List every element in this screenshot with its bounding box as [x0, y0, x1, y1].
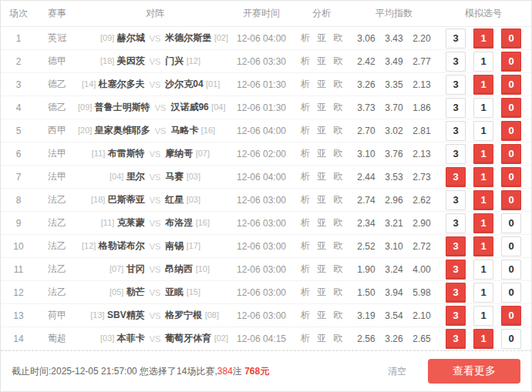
analysis-link-euro[interactable]: 欧 — [331, 55, 345, 66]
pick-button-3[interactable]: 3 — [446, 283, 466, 303]
analysis-link-asia[interactable]: 亚 — [315, 171, 328, 182]
pick-button-3[interactable]: 3 — [446, 329, 466, 349]
analysis-link-xi[interactable]: 析 — [298, 79, 312, 89]
pick-button-3[interactable]: 3 — [446, 121, 466, 141]
pick-button-3[interactable]: 3 — [446, 236, 466, 256]
pick-button-1[interactable]: 1 — [473, 283, 493, 303]
pick-button-0[interactable]: 0 — [501, 167, 521, 187]
analysis-link-euro[interactable]: 欧 — [331, 240, 345, 251]
pick-button-0[interactable]: 0 — [501, 28, 521, 49]
match-number: 1 — [1, 33, 36, 44]
pick-button-1[interactable]: 1 — [473, 260, 493, 280]
pick-button-1[interactable]: 1 — [473, 190, 493, 210]
analysis-link-asia[interactable]: 亚 — [315, 286, 328, 297]
pick-button-0[interactable]: 0 — [501, 190, 521, 210]
pick-button-1[interactable]: 1 — [473, 52, 493, 72]
pick-button-1[interactable]: 1 — [473, 144, 493, 164]
analysis-link-xi[interactable]: 析 — [298, 286, 312, 297]
analysis-link-asia[interactable]: 亚 — [315, 310, 328, 320]
analysis-link-euro[interactable]: 欧 — [331, 102, 345, 112]
pick-button-3[interactable]: 3 — [446, 28, 466, 49]
pick-button-3[interactable]: 3 — [446, 167, 466, 187]
pick-button-0[interactable]: 0 — [501, 306, 521, 326]
analysis-link-xi[interactable]: 析 — [298, 333, 312, 343]
pick-button-1[interactable]: 1 — [473, 306, 493, 326]
pick-button-3[interactable]: 3 — [446, 144, 466, 164]
analysis-link-asia[interactable]: 亚 — [315, 32, 328, 43]
analysis-link-asia[interactable]: 亚 — [315, 263, 328, 274]
analysis-link-euro[interactable]: 欧 — [331, 32, 345, 43]
analysis-link-asia[interactable]: 亚 — [315, 240, 328, 251]
start-time: 12-06 01:30 — [232, 79, 291, 90]
pick-button-3[interactable]: 3 — [446, 260, 466, 280]
analysis-link-asia[interactable]: 亚 — [315, 125, 328, 136]
pick-button-3[interactable]: 3 — [446, 190, 466, 210]
analysis-link-xi[interactable]: 析 — [298, 55, 312, 66]
pick-button-0[interactable]: 0 — [501, 283, 521, 303]
pick-button-0[interactable]: 0 — [501, 75, 521, 95]
pick-button-0[interactable]: 0 — [501, 213, 521, 233]
pick-button-3[interactable]: 3 — [446, 213, 466, 233]
pick-button-1[interactable]: 1 — [473, 329, 493, 349]
pick-button-0[interactable]: 0 — [501, 98, 521, 118]
matchup: [12] 格勒诺布尔 VS 南锡 [17] — [78, 240, 232, 253]
odds-lose: 2.72 — [412, 241, 430, 252]
pick-button-3[interactable]: 3 — [446, 306, 466, 326]
analysis-link-euro[interactable]: 欧 — [331, 148, 345, 159]
pick-button-3[interactable]: 3 — [446, 52, 466, 72]
analysis-link-xi[interactable]: 析 — [298, 148, 312, 159]
home-rank: [09] — [78, 102, 92, 112]
odds-lose: 2.73 — [412, 172, 430, 183]
analysis-links: 析 亚 欧 — [291, 55, 352, 68]
analysis-link-euro[interactable]: 欧 — [331, 333, 345, 343]
analysis-link-asia[interactable]: 亚 — [315, 102, 328, 112]
pick-button-0[interactable]: 0 — [501, 329, 521, 349]
league-name: 英冠 — [36, 32, 78, 45]
odds-lose: 2.77 — [412, 56, 430, 67]
analysis-link-xi[interactable]: 析 — [298, 32, 312, 43]
analysis-link-xi[interactable]: 析 — [298, 125, 312, 136]
analysis-link-asia[interactable]: 亚 — [315, 148, 328, 159]
pick-button-1[interactable]: 1 — [473, 236, 493, 256]
pick-button-1[interactable]: 1 — [473, 75, 493, 95]
analysis-link-xi[interactable]: 析 — [298, 102, 312, 112]
pick-button-3[interactable]: 3 — [446, 75, 466, 95]
pick-button-0[interactable]: 0 — [501, 260, 521, 280]
pick-button-0[interactable]: 0 — [501, 144, 521, 164]
pick-button-1[interactable]: 1 — [473, 98, 493, 118]
analysis-link-asia[interactable]: 亚 — [315, 79, 328, 89]
analysis-link-euro[interactable]: 欧 — [331, 79, 345, 89]
analysis-link-euro[interactable]: 欧 — [331, 194, 345, 205]
analysis-link-asia[interactable]: 亚 — [315, 333, 328, 343]
pick-button-1[interactable]: 1 — [473, 121, 493, 141]
pick-button-0[interactable]: 0 — [501, 121, 521, 141]
analysis-link-asia[interactable]: 亚 — [315, 217, 328, 228]
analysis-link-euro[interactable]: 欧 — [331, 171, 345, 182]
analysis-link-xi[interactable]: 析 — [298, 171, 312, 182]
pick-button-1[interactable]: 1 — [473, 213, 493, 233]
analysis-link-xi[interactable]: 析 — [298, 310, 312, 320]
pick-button-1[interactable]: 1 — [473, 28, 493, 49]
pick-button-1[interactable]: 1 — [473, 167, 493, 187]
analysis-link-euro[interactable]: 欧 — [331, 263, 345, 274]
analysis-link-xi[interactable]: 析 — [298, 217, 312, 228]
analysis-link-xi[interactable]: 析 — [298, 240, 312, 251]
view-more-button[interactable]: 查看更多 — [428, 359, 520, 384]
header-avg-odds: 平均指数 — [352, 7, 436, 20]
analysis-link-euro[interactable]: 欧 — [331, 310, 345, 320]
analysis-link-asia[interactable]: 亚 — [315, 55, 328, 66]
pick-button-3[interactable]: 3 — [446, 98, 466, 118]
pick-button-0[interactable]: 0 — [501, 236, 521, 256]
pick-button-0[interactable]: 0 — [501, 52, 521, 72]
odds-win: 3.73 — [357, 102, 375, 113]
analysis-link-xi[interactable]: 析 — [298, 263, 312, 274]
clear-button[interactable]: 清空 — [388, 365, 406, 378]
analysis-link-euro[interactable]: 欧 — [331, 217, 345, 228]
analysis-link-asia[interactable]: 亚 — [315, 194, 328, 205]
footer-bar: 截止时间:2025-12-05 21:57:00 您选择了14场比赛,384注 … — [1, 350, 531, 391]
away-team: 南锡 — [165, 240, 184, 251]
analysis-link-euro[interactable]: 欧 — [331, 125, 345, 136]
matchup: [11] 布雷斯特 VS 摩纳哥 [07] — [78, 147, 232, 160]
analysis-link-xi[interactable]: 析 — [298, 194, 312, 205]
analysis-link-euro[interactable]: 欧 — [331, 286, 345, 297]
